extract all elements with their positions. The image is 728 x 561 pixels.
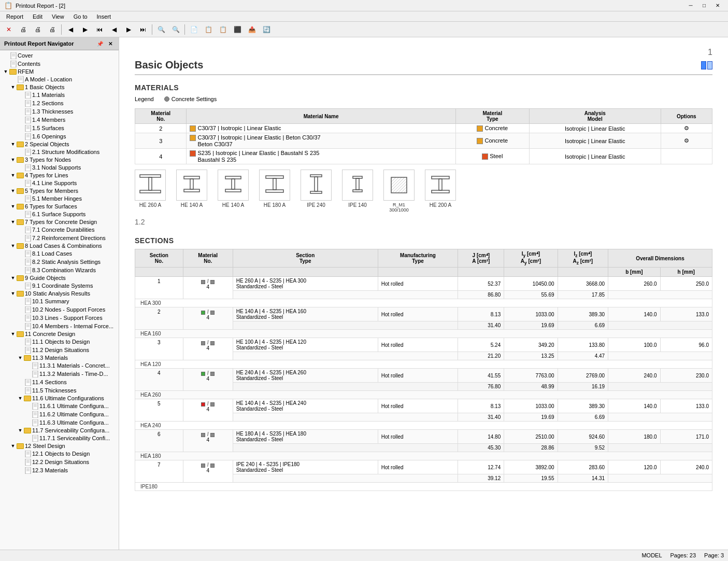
status-page: Page: 3 bbox=[704, 552, 724, 558]
navigator-close-btn[interactable]: ✕ bbox=[106, 39, 115, 48]
tree-item-1.5-surfaces[interactable]: 1.5 Surfaces bbox=[0, 124, 119, 132]
toolbar-print2-btn[interactable]: 🖨 bbox=[31, 23, 45, 36]
sections-header-row: 1.2 bbox=[135, 218, 712, 228]
tree-item-12-steel-design[interactable]: ▼12 Steel Design bbox=[0, 442, 119, 450]
preview-he200a: HE 200 A bbox=[425, 170, 456, 213]
tree-item-5-types-for-members[interactable]: ▼5 Types for Members bbox=[0, 187, 119, 194]
tree-item-4-types-for-lines[interactable]: ▼4 Types for Lines bbox=[0, 172, 119, 179]
tree-item-1.3-thicknesses[interactable]: 1.3 Thicknesses bbox=[0, 107, 119, 116]
menu-edit[interactable]: Edit bbox=[28, 12, 47, 21]
status-bar: MODEL Pages: 23 Page: 3 bbox=[0, 550, 728, 560]
sec-mfg-cell: Hot rolled bbox=[378, 307, 458, 321]
tree-item-11.7.1-serviceability-confi...[interactable]: 11.7.1 Serviceability Confi... bbox=[0, 434, 119, 442]
toolbar-zoomin-btn[interactable]: 🔍 bbox=[154, 23, 168, 36]
toolbar-fwd-btn[interactable]: ▶ bbox=[122, 23, 135, 36]
toolbar-page-btn[interactable]: 📄 bbox=[187, 23, 201, 36]
tree-item-11.3.1-materials---concret...[interactable]: 11.3.1 Materials - Concret... bbox=[0, 361, 119, 370]
tree-item-5.1-member-hinges[interactable]: 5.1 Member Hinges bbox=[0, 194, 119, 203]
tree-label: 5.1 Member Hinges bbox=[32, 195, 119, 202]
tree-item-2-special-objects[interactable]: ▼2 Special Objects bbox=[0, 141, 119, 148]
content-area[interactable]: 1 Basic Objects MATERIALS Legend Concret… bbox=[119, 37, 728, 550]
toolbar-next-btn[interactable]: ▶ bbox=[78, 23, 92, 36]
tree-item-11.1-objects-to-design[interactable]: 11.1 Objects to Design bbox=[0, 338, 119, 346]
toolbar-close-btn[interactable]: ✕ bbox=[2, 23, 16, 36]
tree-item-12.3-materials[interactable]: 12.3 Materials bbox=[0, 466, 119, 474]
tree-item-11-concrete-design[interactable]: ▼11 Concrete Design bbox=[0, 330, 119, 338]
tree-item-cover[interactable]: Cover bbox=[0, 51, 119, 60]
tree-item-10.2-nodes---support-forces[interactable]: 10.2 Nodes - Support Forces bbox=[0, 305, 119, 314]
navigator-pin-btn[interactable]: 📌 bbox=[96, 39, 104, 48]
tree-item-6.1-surface-supports[interactable]: 6.1 Surface Supports bbox=[0, 210, 119, 218]
tree-item-rfem[interactable]: ▼RFEM bbox=[0, 68, 119, 75]
tree-item-11.6.1-ultimate-configura...[interactable]: 11.6.1 Ultimate Configura... bbox=[0, 402, 119, 410]
toolbar-copy2-btn[interactable]: 📋 bbox=[216, 23, 230, 36]
tree-item-8.3-combination-wizards[interactable]: 8.3 Combination Wizards bbox=[0, 266, 119, 274]
tree-item-1-basic-objects[interactable]: ▼1 Basic Objects bbox=[0, 83, 119, 91]
toolbar-back-btn[interactable]: ◀ bbox=[107, 23, 121, 36]
tree-item-3.1-nodal-supports[interactable]: 3.1 Nodal Supports bbox=[0, 163, 119, 172]
tree-item-2.1-structure-modifications[interactable]: 2.1 Structure Modifications bbox=[0, 148, 119, 156]
tree-item-10.4-members---internal-force...[interactable]: 10.4 Members - Internal Force... bbox=[0, 322, 119, 330]
tree-item-12.1-objects-to-design[interactable]: 12.1 Objects to Design bbox=[0, 450, 119, 458]
minimize-button[interactable]: ─ bbox=[684, 2, 697, 10]
tree-item-11.6.3-ultimate-configura...[interactable]: 11.6.3 Ultimate Configura... bbox=[0, 418, 119, 427]
svg-rect-132 bbox=[33, 435, 38, 442]
toolbar-print3-btn[interactable]: 🖨 bbox=[46, 23, 59, 36]
tree-item-11.6.2-ultimate-configura...[interactable]: 11.6.2 Ultimate Configura... bbox=[0, 410, 119, 418]
toolbar-last-btn[interactable]: ⏭ bbox=[136, 23, 150, 36]
tree-label: 10.2 Nodes - Support Forces bbox=[32, 306, 119, 313]
close-button[interactable]: ✕ bbox=[711, 2, 724, 10]
tree-item-10.1-summary[interactable]: 10.1 Summary bbox=[0, 297, 119, 305]
tree-item-contents[interactable]: Contents bbox=[0, 60, 119, 68]
tree-item-6-types-for-surfaces[interactable]: ▼6 Types for Surfaces bbox=[0, 203, 119, 210]
tree-item-11.3.2-materials---time-d...[interactable]: 11.3.2 Materials - Time-D... bbox=[0, 370, 119, 378]
tree-item-7.2-reinforcement-directions[interactable]: 7.2 Reinforcement Directions bbox=[0, 234, 119, 242]
toolbar-first-btn[interactable]: ⏮ bbox=[93, 23, 106, 36]
tree-item-4.1-line-supports[interactable]: 4.1 Line Supports bbox=[0, 179, 119, 187]
page-icon bbox=[9, 60, 18, 67]
toolbar-prev-btn[interactable]: ◀ bbox=[64, 23, 77, 36]
tree-item-11.7-serviceability-configura...[interactable]: ▼11.7 Serviceability Configura... bbox=[0, 427, 119, 434]
mat-no-cell: 4 bbox=[135, 149, 187, 164]
tree-item-a-model---location[interactable]: A Model - Location bbox=[0, 75, 119, 83]
tree-item-8.2-static-analysis-settings[interactable]: 8.2 Static Analysis Settings bbox=[0, 258, 119, 266]
tree-item-1.2-sections[interactable]: 1.2 Sections bbox=[0, 99, 119, 107]
menu-insert[interactable]: Insert bbox=[93, 12, 116, 21]
tree-item-8.1-load-cases[interactable]: 8.1 Load Cases bbox=[0, 249, 119, 258]
tree-item-1.1-materials[interactable]: 1.1 Materials bbox=[0, 91, 119, 99]
th-sec-Iy: Iy [cm⁴]Ay [cm²] bbox=[504, 249, 558, 268]
toolbar-refresh-btn[interactable]: 🔄 bbox=[260, 23, 273, 36]
tree-item-11.6-ultimate-configurations[interactable]: ▼11.6 Ultimate Configurations bbox=[0, 395, 119, 402]
toolbar-zoomout-btn[interactable]: 🔍 bbox=[169, 23, 182, 36]
tree-item-11.2-design-situations[interactable]: 11.2 Design Situations bbox=[0, 346, 119, 354]
menu-report[interactable]: Report bbox=[2, 12, 27, 21]
tree-item-3-types-for-nodes[interactable]: ▼3 Types for Nodes bbox=[0, 156, 119, 163]
tree-label: 10.1 Summary bbox=[32, 298, 119, 304]
tree-item-9-guide-objects[interactable]: ▼9 Guide Objects bbox=[0, 274, 119, 282]
page-icon bbox=[31, 370, 39, 377]
toolbar-copy-btn[interactable]: 📋 bbox=[202, 23, 215, 36]
tree-item-7.1-concrete-durabilities[interactable]: 7.1 Concrete Durabilities bbox=[0, 226, 119, 234]
tree-item-1.4-members[interactable]: 1.4 Members bbox=[0, 116, 119, 124]
legend-area: Legend Concrete Settings bbox=[135, 96, 712, 102]
tree-item-11.5-thicknesses[interactable]: 11.5 Thicknesses bbox=[0, 386, 119, 395]
tree-item-12.2-design-situations[interactable]: 12.2 Design Situations bbox=[0, 458, 119, 466]
tree-item-1.6-openings[interactable]: 1.6 Openings bbox=[0, 132, 119, 141]
tree-label: 11.7 Serviceability Configura... bbox=[32, 427, 119, 433]
tree-item-10-static-analysis-results[interactable]: ▼10 Static Analysis Results bbox=[0, 290, 119, 297]
toolbar-export-btn[interactable]: 📤 bbox=[245, 23, 259, 36]
toolbar-block-btn[interactable]: ⬛ bbox=[231, 23, 244, 36]
tree-item-7-types-for-concrete-design[interactable]: ▼7 Types for Concrete Design bbox=[0, 218, 119, 226]
sec-mfg-cell: Hot rolled bbox=[378, 369, 458, 383]
menu-goto[interactable]: Go to bbox=[69, 12, 92, 21]
menu-view[interactable]: View bbox=[48, 12, 68, 21]
sec-Iy-cell: 10450.00 bbox=[504, 277, 558, 291]
maximize-button[interactable]: □ bbox=[698, 2, 710, 10]
tree-item-9.1-coordinate-systems[interactable]: 9.1 Coordinate Systems bbox=[0, 282, 119, 290]
toolbar-print-btn[interactable]: 🖨 bbox=[17, 23, 30, 36]
svg-rect-72 bbox=[25, 267, 31, 274]
tree-item-11.4-sections[interactable]: 11.4 Sections bbox=[0, 378, 119, 386]
tree-item-11.3-materials[interactable]: ▼11.3 Materials bbox=[0, 354, 119, 361]
tree-item-10.3-lines---support-forces[interactable]: 10.3 Lines - Support Forces bbox=[0, 314, 119, 322]
tree-item-8-load-cases-&-combinations[interactable]: ▼8 Load Cases & Combinations bbox=[0, 242, 119, 249]
